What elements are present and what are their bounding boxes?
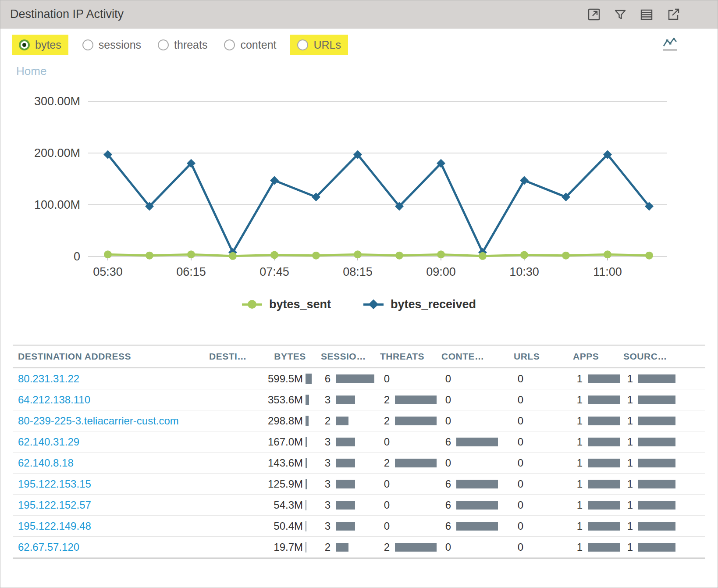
radio-option-urls[interactable]: URLs (290, 35, 348, 55)
table-cell-sessions: 6 (317, 368, 377, 389)
sessions-value: 6 (317, 373, 331, 385)
table-cell-sessions: 3 (317, 431, 377, 453)
radio-option-bytes[interactable]: bytes (12, 35, 68, 55)
column-header[interactable]: CONTE… (438, 345, 510, 368)
table-cell-bytes: 298.8M (263, 410, 317, 431)
line-chart-type-icon[interactable] (661, 36, 679, 53)
table-cell-bytes: 50.4M (263, 516, 317, 537)
content-bar (456, 501, 498, 510)
table-cell-sessions: 3 (317, 453, 377, 474)
sessions-value: 3 (317, 478, 331, 490)
export-icon[interactable] (666, 7, 681, 22)
table-cell-content: 6 (438, 474, 510, 495)
urls-value: 0 (510, 436, 523, 448)
svg-text:10:30: 10:30 (509, 265, 539, 278)
bytes-value: 50.4M (263, 520, 303, 532)
apps-value: 1 (569, 457, 583, 469)
table-cell-bytes: 353.6M (263, 389, 317, 410)
column-header[interactable]: THREATS (377, 345, 438, 368)
bytes-value: 143.6M (263, 457, 303, 469)
bytes-bar (306, 521, 306, 531)
table-cell-apps: 1 (569, 410, 620, 431)
sessions-value: 3 (317, 457, 331, 469)
radio-option-threats[interactable]: threats (155, 35, 210, 55)
source-bar (638, 396, 675, 404)
svg-text:09:00: 09:00 (426, 265, 456, 278)
metric-radio-group: bytessessionsthreatscontentURLs (12, 35, 359, 55)
breadcrumb-home[interactable]: Home (16, 64, 46, 78)
source-value: 1 (620, 520, 633, 532)
apps-bar (588, 501, 620, 510)
apps-value: 1 (569, 436, 583, 448)
table-view-icon[interactable] (640, 7, 654, 21)
table-cell-sessions: 3 (317, 474, 377, 495)
table-cell-source: 1 (620, 431, 705, 453)
activity-line-chart: 0100.00M200.00M300.00M05:3006:1507:4508:… (0, 84, 718, 282)
svg-text:300.00M: 300.00M (34, 95, 80, 108)
sessions-bar (336, 396, 355, 404)
table-cell-source: 1 (620, 495, 705, 516)
column-header[interactable]: URLS (510, 345, 569, 368)
legend-item-bytes_sent[interactable]: bytes_sent (242, 298, 331, 311)
radio-unselected-icon (82, 39, 93, 50)
destination-address-link[interactable]: 195.122.153.15 (18, 478, 91, 490)
radio-option-sessions[interactable]: sessions (80, 35, 144, 55)
table-cell-apps: 1 (569, 516, 620, 537)
bytes-bar (306, 500, 306, 510)
destination-address-link[interactable]: 62.140.31.29 (18, 436, 79, 448)
source-value: 1 (620, 499, 633, 511)
table-cell-sessions: 2 (317, 537, 377, 558)
table-cell-threats: 0 (377, 516, 438, 537)
radio-label: sessions (99, 39, 141, 51)
table-cell-content: 0 (438, 537, 510, 558)
threats-value: 0 (377, 373, 390, 385)
column-header[interactable]: SESSIO… (317, 345, 377, 368)
bytes-value: 54.3M (263, 499, 303, 511)
destination-address-link[interactable]: 62.140.8.18 (18, 457, 74, 469)
urls-value: 0 (510, 394, 523, 406)
destination-address-link[interactable]: 64.212.138.110 (18, 394, 90, 406)
filter-icon[interactable] (613, 7, 627, 21)
table-cell-address: 64.212.138.110 (13, 389, 206, 410)
urls-value: 0 (510, 499, 523, 511)
source-value: 1 (620, 373, 633, 385)
table-cell-urls: 0 (510, 431, 569, 453)
table-cell-source: 1 (620, 389, 705, 410)
urls-value: 0 (510, 373, 523, 385)
column-header[interactable]: DESTI… (206, 345, 263, 368)
bytes-value: 353.6M (263, 394, 303, 406)
maximize-icon[interactable] (587, 7, 601, 21)
legend-label: bytes_sent (269, 298, 331, 311)
source-value: 1 (620, 436, 633, 448)
bytes-bar (306, 437, 307, 447)
threats-value: 0 (377, 499, 390, 511)
column-header[interactable]: SOURC… (620, 345, 705, 368)
destination-address-link[interactable]: 195.122.152.57 (18, 499, 91, 511)
table-cell-bytes: 143.6M (263, 453, 317, 474)
bytes-bar (306, 416, 309, 426)
svg-text:200.00M: 200.00M (34, 146, 80, 160)
legend-item-bytes_received[interactable]: bytes_received (363, 298, 476, 311)
destination-address-link[interactable]: 80-239-225-3.teliacarrier-cust.com (18, 415, 179, 427)
destination-table: DESTINATION ADDRESSDESTI…BYTESSESSIO…THR… (13, 345, 705, 559)
radio-option-content[interactable]: content (221, 35, 279, 55)
threats-value: 2 (377, 541, 390, 553)
column-header[interactable]: DESTINATION ADDRESS (13, 345, 206, 368)
widget-title: Destination IP Activity (10, 7, 124, 21)
destination-address-link[interactable]: 62.67.57.120 (18, 541, 79, 553)
table-cell-apps: 1 (569, 431, 620, 453)
table-cell-threats: 0 (377, 368, 438, 389)
bytes-bar (306, 458, 307, 468)
table-cell-content: 0 (438, 410, 510, 431)
source-bar (638, 543, 675, 552)
radio-label: URLs (313, 39, 341, 51)
source-value: 1 (620, 394, 633, 406)
column-header[interactable]: BYTES (263, 345, 317, 368)
destination-address-link[interactable]: 195.122.149.48 (18, 520, 91, 532)
sessions-value: 2 (317, 415, 331, 427)
apps-bar (588, 459, 620, 467)
column-header[interactable]: APPS (569, 345, 620, 368)
content-value: 0 (438, 457, 451, 469)
table-cell-apps: 1 (569, 537, 620, 558)
destination-address-link[interactable]: 80.231.31.22 (18, 373, 79, 385)
